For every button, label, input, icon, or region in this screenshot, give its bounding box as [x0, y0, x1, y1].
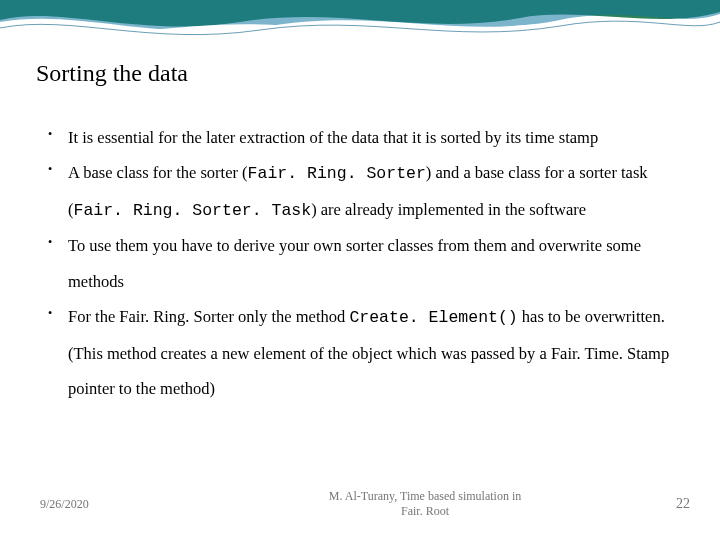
list-item: • It is essential for the later extracti… [48, 120, 688, 155]
bullet-dot-icon: • [48, 228, 68, 256]
banner-decoration [0, 0, 720, 48]
bullet-dot-icon: • [48, 120, 68, 148]
bullet-dot-icon: • [48, 299, 68, 327]
bullet-text: For the Fair. Ring. Sorter only the meth… [68, 299, 688, 406]
bullet-text: A base class for the sorter (Fair. Ring.… [68, 155, 688, 228]
bullet-text: To use them you have to derive your own … [68, 228, 688, 299]
bullet-dot-icon: • [48, 155, 68, 183]
code-span: Fair. Ring. Sorter [248, 164, 426, 183]
list-item: • A base class for the sorter (Fair. Rin… [48, 155, 688, 228]
slide-title: Sorting the data [36, 60, 188, 87]
footer: 9/26/2020 M. Al-Turany, Time based simul… [0, 489, 720, 520]
bullet-text: It is essential for the later extraction… [68, 120, 688, 155]
code-span: Fair. Ring. Sorter. Task [74, 201, 312, 220]
footer-credit: M. Al-Turany, Time based simulation in F… [220, 489, 630, 520]
footer-date: 9/26/2020 [40, 497, 220, 512]
bullet-list: • It is essential for the later extracti… [48, 120, 688, 407]
page-number: 22 [630, 496, 690, 512]
code-span: Create. Element() [349, 308, 517, 327]
list-item: • For the Fair. Ring. Sorter only the me… [48, 299, 688, 406]
list-item: • To use them you have to derive your ow… [48, 228, 688, 299]
